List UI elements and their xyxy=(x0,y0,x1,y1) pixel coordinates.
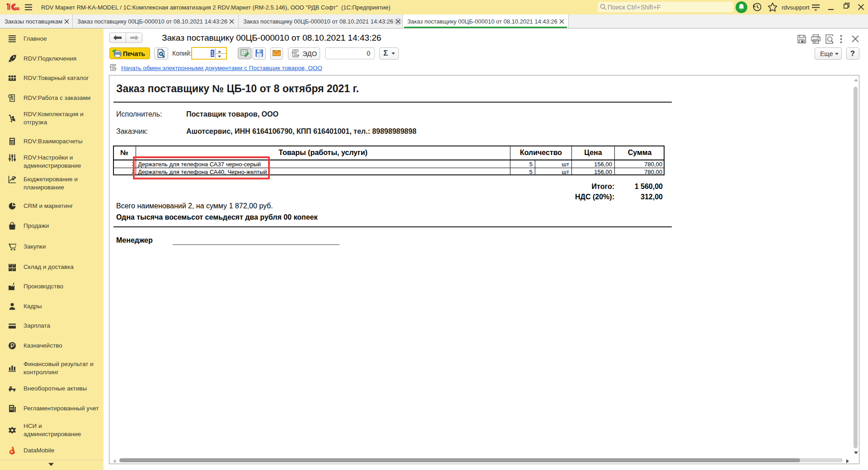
svg-text:₽: ₽ xyxy=(13,177,15,179)
